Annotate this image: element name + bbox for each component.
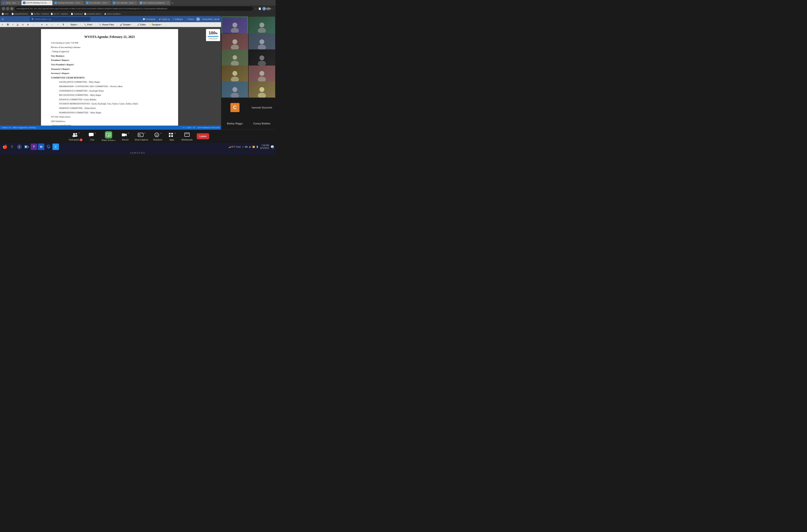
leave-button[interactable]: Leave — [197, 133, 209, 139]
whiteboards-tool[interactable]: Whiteboards — [179, 130, 195, 142]
highlight-button[interactable]: A — [21, 23, 24, 26]
word-search-bar[interactable]: 🔍 Search (Option + Q) — [30, 17, 90, 21]
ribbon-separator-2 — [67, 23, 68, 26]
apps-tool[interactable]: ▲ Apps — [165, 130, 179, 142]
indent-decrease-button[interactable]: ← — [51, 23, 54, 26]
collections-button[interactable]: 📑 — [258, 7, 261, 10]
update-button[interactable]: Update — [267, 7, 270, 10]
forward-button[interactable]: › — [6, 7, 10, 11]
bookmark-dashboard[interactable]: 📄 Dashboard — [71, 13, 82, 15]
tab-wvota-meeting[interactable]: W WVOTA Meeting 2-21-23.docx ✕ — [21, 0, 53, 5]
bookmark-sex-ot[interactable]: 📄 Sex OT - Explorin... — [51, 13, 69, 15]
teams-taskbar-icon[interactable]: T — [31, 144, 37, 150]
tab-close-4[interactable]: ✕ — [108, 2, 109, 4]
tray-expand-button[interactable]: ∧ — [242, 146, 243, 148]
fit-label[interactable]: Fit — [193, 127, 195, 129]
outlook-taskbar-icon[interactable] — [23, 144, 30, 150]
doc-line-11: MEMBERSHIP / CONTINUING EDU COMMITTEE – … — [59, 85, 168, 88]
tab-close-6[interactable]: ✕ — [167, 2, 169, 4]
user-avatar[interactable]: JG — [196, 17, 200, 21]
chat-tool[interactable]: ▲ Chat — [85, 130, 99, 142]
address-bar[interactable]: ersonal/jgreentl_hsc_wvu_edu/_layouts/15… — [15, 6, 253, 11]
bookmark-interprofessional[interactable]: 📄 Interprofessional... — [12, 13, 29, 15]
more-formatting-button[interactable]: ... — [32, 23, 35, 26]
tab-close-1[interactable]: ✕ — [18, 2, 19, 4]
tab-post-attendee-1[interactable]: Z Post Attendee - Zoom ✕ — [85, 0, 111, 5]
more-options-button[interactable]: ... — [165, 23, 166, 26]
zoom-plus-button[interactable]: + — [185, 127, 186, 129]
more-button[interactable]: ⋯ — [271, 7, 274, 10]
italic-button[interactable]: I — [12, 23, 14, 26]
chevron-down-icon: ▾ — [182, 18, 183, 20]
zoom-slider-thumb[interactable] — [183, 127, 184, 128]
finder-taskbar-icon[interactable]: 🍎 — [2, 144, 8, 150]
tab-favicon-4: Z — [86, 2, 89, 4]
designer-button[interactable]: ✨ Designer ▾ — [148, 23, 162, 26]
launchpad-taskbar-icon[interactable]: ⠿ — [9, 144, 15, 150]
battery-icon[interactable]: 🔋 — [256, 146, 258, 148]
edge-taskbar-icon[interactable] — [45, 144, 52, 150]
doc-line-15: STUDENT REPRESENTATIVES: -Jacob, Kayleig… — [59, 102, 168, 106]
tab-close-2[interactable]: ✕ — [49, 2, 51, 4]
word-taskbar-icon[interactable]: W — [38, 144, 44, 150]
doc-page-area[interactable]: WVOTA Agenda: February 21, 2023 Call mee… — [14, 27, 205, 126]
reactions-tool[interactable]: ▲ Reactions — [151, 130, 165, 142]
tab-close-3[interactable]: ✕ — [81, 2, 82, 4]
speaker-icon[interactable]: 🔊 — [249, 146, 251, 148]
comments-button[interactable]: 💬 Comments — [142, 18, 157, 21]
find-button[interactable]: 🔍 Find ▾ — [84, 23, 93, 26]
paragraph-button[interactable]: ¶ — [62, 23, 65, 26]
catchup-icon: ⚡ — [159, 18, 161, 20]
underline-button[interactable]: U — [16, 23, 19, 26]
bookmark-strat[interactable]: 📄 Strat... — [2, 13, 10, 15]
tab-jacob-outlook[interactable]: M Jacob - Outl... ✕ — [1, 0, 21, 5]
bookmark-promotion[interactable]: 📄 promotion-and-te... — [84, 13, 102, 15]
participant-tile-casey[interactable]: Casey Ballato 🎤 Casey Ballato — [249, 114, 275, 130]
refresh-button[interactable]: ↻ — [10, 7, 14, 11]
participant-tile-bailey[interactable]: Bailey Riggs 🎤 Bailey Riggs — [221, 114, 248, 130]
zoom-taskbar-icon[interactable]: Z — [53, 144, 59, 150]
tab-post-attendee-2[interactable]: Z Post Attendee - Zoom ✕ — [111, 0, 138, 5]
tab-meeting-info[interactable]: Z Meeting Information - Zoom ✕ — [53, 0, 84, 5]
word-toolbar-left: ⚙ — [2, 18, 4, 21]
svg-point-22 — [75, 133, 77, 135]
bookmark-onedrive[interactable]: 📄 My files - OneDrive — [31, 13, 49, 15]
back-button[interactable]: ‹ — [2, 7, 5, 11]
font-color-button[interactable]: A — [26, 23, 29, 26]
dictate-button[interactable]: 🎤 Dictate ▾ — [120, 23, 131, 26]
keyboard-icon[interactable]: ⌨ — [245, 146, 247, 148]
styles-dropdown[interactable]: Styles ▾ — [70, 23, 78, 26]
catch-up-button[interactable]: ⚡ Catch up — [158, 18, 171, 21]
indent-increase-button[interactable]: → — [56, 23, 60, 26]
bold-button[interactable]: B — [6, 23, 10, 26]
show-captions-tool[interactable]: ▲ Show Captions — [132, 130, 150, 142]
svg-rect-31 — [138, 133, 143, 137]
font-size-a[interactable]: A — [2, 23, 3, 26]
network-icon[interactable]: 📶 — [252, 146, 255, 148]
editor-button[interactable]: 🖊 Editor — [137, 23, 146, 26]
share-screen-tool[interactable]: Share Screen ▲ — [99, 130, 118, 142]
tab-wv-occ[interactable]: W West Virginia Occupational Th... ✕ — [138, 0, 170, 5]
star-button[interactable]: ☆ — [254, 7, 257, 10]
doc-line-7: Treasurer's Report: — [51, 67, 168, 71]
bullet-list-button[interactable]: ≡ — [40, 23, 43, 26]
system-clock[interactable]: 7:30 PM 2/21/2023 — [260, 144, 269, 149]
new-tab-button[interactable]: + — [172, 1, 173, 4]
svg-point-15 — [258, 77, 266, 81]
chrome-taskbar-icon[interactable] — [16, 144, 23, 150]
doc-line-6: Vice President's Report: — [51, 63, 168, 66]
feedback-label[interactable]: Give Feedback to Microsoft — [197, 127, 220, 129]
participants-tool[interactable]: ▲ Participants 14 — [67, 130, 85, 142]
numbered-list-button[interactable]: ≡ — [45, 23, 48, 26]
zoom-minus-button[interactable]: - — [181, 127, 182, 129]
svg-rect-32 — [139, 134, 140, 135]
doc-line-14: FINANCE COMMITTEE -Casey Ballato — [59, 98, 168, 101]
record-tool[interactable]: ▲ Record — [118, 130, 132, 142]
tab-close-5[interactable]: ✕ — [134, 2, 136, 4]
svg-marker-28 — [109, 134, 110, 136]
bookmark-qualtrics[interactable]: 🏠 Home | Qualtrics... — [104, 13, 122, 15]
share-button[interactable]: ↗ Share — [185, 18, 195, 21]
word-settings-icon[interactable]: ⚙ — [2, 18, 4, 21]
editing-button[interactable]: ✏ Editing ▾ — [172, 18, 184, 21]
reuse-files-button[interactable]: 📎 Reuse Files — [99, 23, 114, 26]
